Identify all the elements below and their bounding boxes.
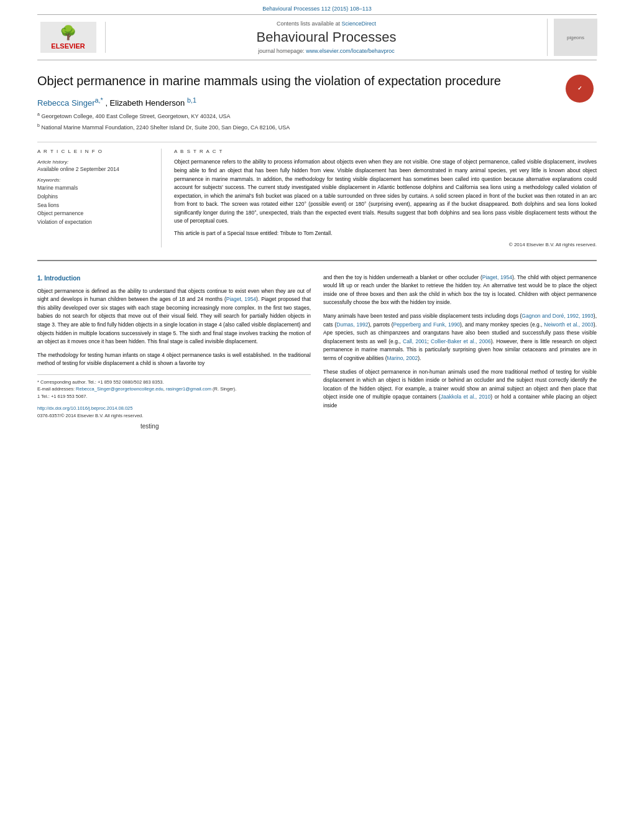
abstract-copyright: © 2014 Elsevier B.V. All rights reserved… bbox=[174, 242, 597, 247]
abstract-text: Object permanence refers to the ability … bbox=[174, 158, 597, 238]
elsevier-brand: ELSEVIER bbox=[51, 42, 85, 50]
right-paragraph-1: and then the toy is hidden underneath a … bbox=[323, 274, 597, 307]
issn-text: 0376-6357/© 2014 Elsevier B.V. All right… bbox=[37, 413, 143, 418]
footnote-email: E-mail addresses: Rebecca_Singer@georget… bbox=[37, 385, 311, 392]
intro-paragraph-1: Object permanence is defined as the abil… bbox=[37, 287, 311, 346]
dumas-link[interactable]: Dumas, 1992 bbox=[336, 321, 368, 328]
testing-annotation-area: testing bbox=[37, 423, 597, 435]
affil-b: b National Marine Mammal Foundation, 224… bbox=[37, 122, 553, 132]
crossmark-circle: ✓ bbox=[566, 75, 594, 103]
article-title: Object permanence in marine mammals usin… bbox=[37, 73, 553, 89]
page: Behavioural Processes 112 (2015) 108–113… bbox=[0, 0, 634, 840]
sciencedirect-link[interactable]: ScienceDirect bbox=[342, 21, 377, 27]
collier-baker-link[interactable]: Collier-Baker et al., 2006 bbox=[431, 338, 491, 344]
testing-label: testing bbox=[140, 423, 158, 430]
section-1-heading: 1. Introduction bbox=[37, 274, 311, 284]
keyword-1: Marine mammals bbox=[37, 184, 152, 193]
available-online: Available online 2 September 2014 bbox=[37, 166, 152, 172]
footnote-star: * Corresponding author. Tel.: +1 859 552… bbox=[37, 379, 311, 385]
affil-a-text: Georgetown College, 400 East College Str… bbox=[41, 113, 230, 119]
thumb-image: pigeons bbox=[554, 19, 597, 56]
footnote-tel: 1 Tel.: +1 619 553 5067. bbox=[37, 393, 311, 400]
logo-box: 🌳 ELSEVIER bbox=[40, 22, 96, 53]
right-paragraph-2: Many animals have been tested and pass v… bbox=[323, 312, 597, 363]
abstract-heading: A B S T R A C T bbox=[174, 149, 597, 154]
author-elizabeth-sup: b,1 bbox=[187, 96, 196, 104]
contents-label: Contents lists available at bbox=[277, 21, 342, 27]
marino-link[interactable]: Marino, 2002 bbox=[387, 355, 418, 361]
author-elizabeth[interactable]: b,1 bbox=[187, 98, 196, 108]
affil-b-sup: b bbox=[37, 123, 40, 127]
article-history-label: Article history: bbox=[37, 159, 152, 165]
email2-link[interactable]: rasinger1@gmail.com bbox=[166, 386, 211, 392]
journal-volume-link[interactable]: Behavioural Processes 112 (2015) 108–113 bbox=[262, 6, 372, 12]
abstract-col: A B S T R A C T Object permanence refers… bbox=[174, 149, 597, 247]
homepage-link[interactable]: www.elsevier.com/locate/behavproc bbox=[306, 48, 395, 54]
affil-b-text: National Marine Mammal Foundation, 2240 … bbox=[41, 124, 290, 131]
article-container: Object permanence in marine mammals usin… bbox=[0, 60, 634, 448]
abstract-special-issue: This article is part of a Special Issue … bbox=[174, 229, 597, 238]
neiworth-link[interactable]: Neiworth et al., 2003 bbox=[544, 321, 594, 328]
journal-header: Behavioural Processes 112 (2015) 108–113… bbox=[0, 0, 634, 60]
body-col-right: and then the toy is hidden underneath a … bbox=[323, 274, 597, 420]
piaget-1954-right-link[interactable]: Piaget, 1954 bbox=[482, 274, 512, 280]
affil-a-sup: a bbox=[37, 112, 40, 116]
right-paragraph-3: These studies of object permanence in no… bbox=[323, 368, 597, 410]
journal-title: Behavioural Processes bbox=[118, 29, 535, 45]
crossmark-icon: ✓ bbox=[577, 85, 582, 91]
keyword-3: Sea lions bbox=[37, 201, 152, 210]
gagnon-dore-link[interactable]: Gagnon and Doré, 1992, 1993 bbox=[521, 313, 593, 319]
authors-line: Rebecca Singera,* , Elizabeth Henderson … bbox=[37, 96, 553, 108]
keyword-2: Dolphins bbox=[37, 193, 152, 201]
intro-paragraph-2: The methodology for testing human infant… bbox=[37, 351, 311, 368]
logo-tree-icon: 🌳 bbox=[60, 25, 76, 41]
footnotes: * Corresponding author. Tel.: +1 859 552… bbox=[37, 374, 311, 400]
call-link[interactable]: Call, 2001 bbox=[403, 338, 427, 344]
author-rebecca[interactable]: Rebecca Singera,* bbox=[37, 98, 105, 108]
keywords-list: Marine mammals Dolphins Sea lions Object… bbox=[37, 184, 152, 226]
journal-thumbnail: pigeons bbox=[547, 19, 597, 56]
abstract-paragraph: Object permanence refers to the ability … bbox=[174, 158, 597, 226]
keyword-4: Object permanence bbox=[37, 210, 152, 218]
keyword-5: Violation of expectation bbox=[37, 218, 152, 227]
thumb-label: pigeons bbox=[567, 35, 584, 40]
body-content: 1. Introduction Object permanence is def… bbox=[37, 267, 597, 420]
body-divider bbox=[37, 260, 597, 261]
doi-link[interactable]: http://dx.doi.org/10.1016/j.beproc.2014.… bbox=[37, 405, 132, 411]
email1-link[interactable]: Rebecca_Singer@georgetowncollege.edu bbox=[76, 386, 163, 392]
doi-section: http://dx.doi.org/10.1016/j.beproc.2014.… bbox=[37, 405, 311, 420]
piaget-1954-link[interactable]: Piaget, 1954 bbox=[226, 296, 256, 302]
affiliation-section: a Georgetown College, 400 East College S… bbox=[37, 111, 553, 132]
homepage-label: journal homepage: bbox=[258, 48, 306, 54]
author-rebecca-sup: a,* bbox=[95, 96, 103, 104]
body-col-left: 1. Introduction Object permanence is def… bbox=[37, 274, 311, 420]
crossmark-badge[interactable]: ✓ bbox=[563, 73, 597, 104]
info-abstract-section: A R T I C L E I N F O Article history: A… bbox=[37, 142, 597, 247]
article-info-heading: A R T I C L E I N F O bbox=[37, 149, 152, 154]
jaakkola-link[interactable]: Jaakkola et al., 2010 bbox=[441, 394, 491, 400]
header-inner: 🌳 ELSEVIER Contents lists available at S… bbox=[37, 14, 597, 60]
contents-line: Contents lists available at ScienceDirec… bbox=[118, 21, 535, 27]
article-title-section: Object permanence in marine mammals usin… bbox=[37, 73, 597, 132]
elsevier-logo: 🌳 ELSEVIER bbox=[37, 22, 106, 53]
author-sep: , Elizabeth Henderson bbox=[105, 98, 185, 108]
pepperberg-funk-link[interactable]: Pepperberg and Funk, 1990 bbox=[393, 321, 460, 328]
header-center: Contents lists available at ScienceDirec… bbox=[106, 21, 547, 54]
author-rebecca-name: Rebecca Singer bbox=[37, 98, 95, 108]
affil-a: a Georgetown College, 400 East College S… bbox=[37, 111, 553, 121]
article-info-col: A R T I C L E I N F O Article history: A… bbox=[37, 149, 162, 247]
homepage-line: journal homepage: www.elsevier.com/locat… bbox=[118, 48, 535, 54]
keywords-label: Keywords: bbox=[37, 177, 152, 183]
